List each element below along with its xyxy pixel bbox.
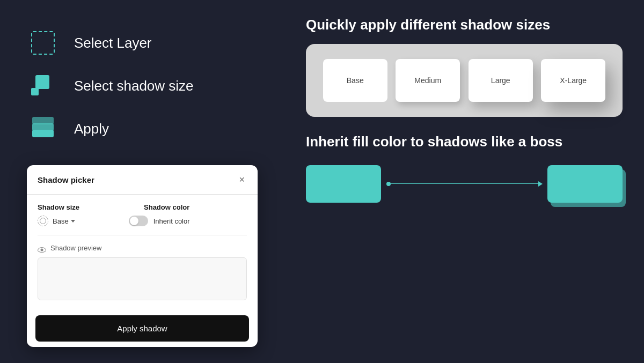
preview-label: Shadow preview — [50, 244, 101, 252]
picker-controls: Base Inherit color — [38, 216, 247, 235]
inherit-color-title: Inherit fill color to shadows like a bos… — [306, 133, 623, 151]
preview-section: Shadow preview — [38, 244, 247, 300]
inherit-color-section: Inherit fill color to shadows like a bos… — [306, 133, 623, 203]
right-panel: Quickly apply different shadow sizes Bas… — [290, 0, 644, 363]
picker-body: Shadow size Shadow color Base Inherit co… — [27, 195, 258, 315]
step-label-2: Select shadow size — [74, 78, 194, 94]
shadow-size-xlarge[interactable]: X-Large — [541, 59, 605, 102]
shadow-picker-card: Shadow picker × Shadow size Shadow color… — [27, 165, 258, 347]
color-demo — [306, 165, 623, 203]
shadow-size-medium[interactable]: Medium — [396, 59, 460, 102]
preview-header: Shadow preview — [38, 244, 247, 252]
size-icon-small-square — [31, 88, 39, 95]
layer-bot — [32, 130, 54, 137]
step-label-1: Select Layer — [74, 35, 152, 51]
quick-apply-title: Quickly apply different shadow sizes — [306, 16, 623, 34]
shadow-size-base[interactable]: Base — [323, 59, 387, 102]
picker-header: Shadow picker × — [27, 165, 258, 195]
shadow-size-control[interactable]: Base — [38, 216, 75, 226]
apply-shadow-button[interactable]: Apply shadow — [35, 315, 249, 342]
sun-icon — [38, 216, 48, 226]
step-icon-3 — [27, 113, 59, 145]
step-label-3: Apply — [74, 121, 109, 137]
shadow-preview-area — [38, 257, 247, 300]
shadow-sizes-card: Base Medium Large X-Large — [306, 44, 623, 117]
picker-title: Shadow picker — [38, 175, 94, 184]
step-list: Select Layer Select shadow size Apply — [27, 21, 268, 150]
size-dropdown[interactable]: Base — [53, 217, 75, 225]
left-panel: Select Layer Select shadow size Apply — [0, 0, 290, 363]
color-box-left — [306, 165, 381, 203]
step-icon-1 — [27, 27, 59, 59]
arrow-line — [381, 183, 547, 184]
step-apply: Apply — [27, 107, 268, 150]
step-icon-2 — [27, 70, 59, 102]
layers-icon — [30, 117, 56, 140]
shadow-size-label: Shadow size — [38, 203, 79, 211]
inherit-color-label: Inherit color — [153, 217, 190, 225]
eye-icon — [38, 247, 46, 253]
size-icon — [31, 74, 55, 98]
step-select-layer: Select Layer — [27, 21, 268, 64]
shadow-size-large[interactable]: Large — [469, 59, 533, 102]
shadow-color-label: Shadow color — [144, 203, 189, 211]
inherit-color-control[interactable]: Inherit color — [129, 216, 190, 226]
dashed-box-icon — [31, 31, 55, 55]
picker-row-labels: Shadow size Shadow color — [38, 203, 247, 211]
picker-footer: Apply shadow — [27, 315, 258, 347]
size-dropdown-value: Base — [53, 217, 69, 225]
color-box-right — [547, 165, 623, 203]
arrow-track — [386, 183, 542, 184]
inherit-color-toggle[interactable] — [129, 216, 148, 226]
close-button[interactable]: × — [237, 174, 247, 186]
step-select-shadow: Select shadow size — [27, 64, 268, 107]
size-icon-big-square — [35, 75, 49, 89]
chevron-down-icon — [71, 220, 75, 223]
quick-apply-section: Quickly apply different shadow sizes Bas… — [306, 16, 623, 117]
